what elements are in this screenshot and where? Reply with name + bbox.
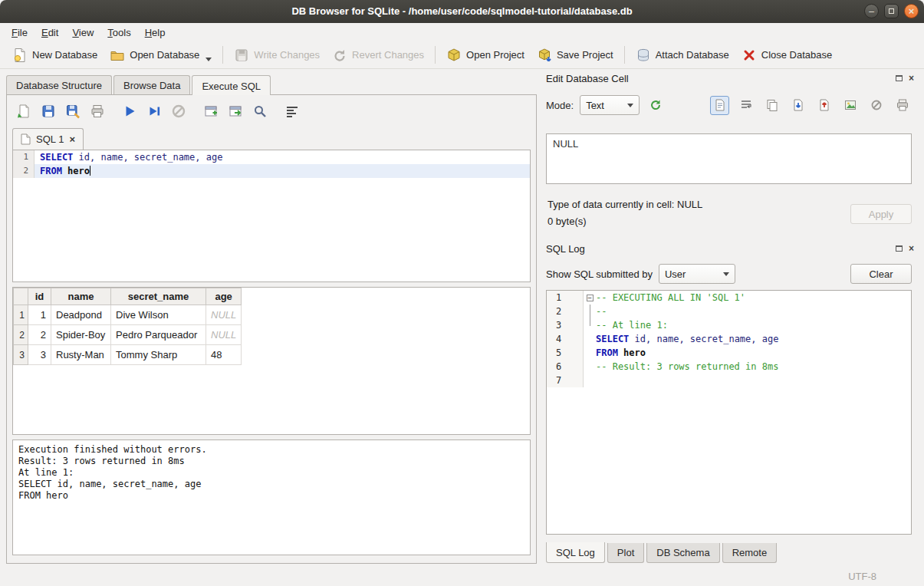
text-view-button[interactable]	[710, 96, 729, 115]
menu-view[interactable]: View	[65, 25, 100, 41]
write-changes-button[interactable]: Write Changes	[228, 44, 326, 66]
detach-query-tab-icon	[228, 104, 243, 119]
word-wrap-button[interactable]	[736, 96, 755, 115]
import-cell-data-button[interactable]	[788, 96, 807, 115]
tab-sql-log[interactable]: SQL Log	[546, 542, 605, 563]
close-database-button[interactable]: Close Database	[735, 44, 839, 66]
log-line-number: 4	[547, 332, 584, 346]
menu-file[interactable]: File	[5, 25, 35, 41]
export-cell-data-button[interactable]	[814, 96, 834, 115]
sql-tab-close-icon[interactable]: ×	[69, 134, 75, 144]
menu-help[interactable]: Help	[138, 25, 173, 41]
minimize-icon: –	[869, 7, 874, 16]
close-dock-icon[interactable]: ×	[909, 74, 914, 83]
new-database-button[interactable]: New Database	[6, 44, 104, 66]
results-area[interactable]: id name secret_name age 1 1 Deadpond Div…	[12, 287, 531, 435]
sql-file-icon	[21, 133, 31, 145]
cell-editor[interactable]: NULL	[546, 133, 912, 184]
menu-edit[interactable]: Edit	[35, 25, 65, 41]
encoding-indicator[interactable]: UTF-8	[848, 571, 876, 582]
log-filter-select[interactable]: User	[659, 264, 735, 284]
format-sql-button[interactable]	[281, 101, 302, 121]
sql-editor[interactable]: 1 SELECT id, name, secret_name, age 2 FR…	[12, 150, 531, 282]
execute-current-line-button[interactable]	[143, 101, 164, 121]
revert-changes-icon	[332, 48, 347, 63]
row-header[interactable]: 2	[14, 325, 28, 345]
column-header-secret-name[interactable]: secret_name	[111, 288, 206, 305]
save-project-icon	[537, 48, 552, 63]
attach-database-button[interactable]: Attach Database	[630, 44, 735, 66]
cell-secret-name[interactable]: Tommy Sharp	[111, 345, 206, 365]
dock-tab-bar: SQL Log Plot DB Schema Remote	[546, 543, 779, 564]
cell-age[interactable]: NULL	[206, 305, 242, 325]
stop-execution-button[interactable]	[168, 101, 189, 121]
tab-db-schema[interactable]: DB Schema	[646, 543, 719, 563]
apply-button[interactable]: Apply	[850, 204, 912, 224]
cell-age[interactable]: 48	[206, 345, 242, 365]
sql-log-title: SQL Log	[546, 243, 896, 255]
auto-switch-mode-button[interactable]	[646, 96, 665, 115]
sql-log-view[interactable]: 1 − -- EXECUTING ALL IN 'SQL 1' 2 -- 3 -…	[546, 290, 912, 535]
open-database-button[interactable]: Open Database	[104, 44, 218, 66]
cell-id[interactable]: 1	[28, 305, 51, 325]
tab-database-structure[interactable]: Database Structure	[6, 75, 112, 94]
sql-tab-sql1[interactable]: SQL 1 ×	[12, 128, 84, 150]
revert-changes-button[interactable]: Revert Changes	[326, 44, 430, 66]
row-header[interactable]: 1	[14, 305, 28, 325]
column-header-id[interactable]: id	[28, 288, 51, 305]
save-sql-file-button[interactable]	[38, 101, 58, 121]
column-header-age[interactable]: age	[206, 288, 242, 305]
find-replace-button[interactable]	[249, 101, 270, 121]
titlebar[interactable]: DB Browser for SQLite - /home/user/code/…	[0, 0, 924, 23]
minimize-button[interactable]: –	[864, 4, 879, 18]
execution-message-area[interactable]: Execution finished without errors. Resul…	[12, 440, 531, 555]
new-query-tab-button[interactable]	[200, 101, 221, 121]
mode-select[interactable]: Text	[580, 95, 640, 115]
open-database-icon	[110, 48, 125, 63]
detach-query-tab-button[interactable]	[225, 101, 245, 121]
clear-log-button[interactable]: Clear	[850, 264, 912, 284]
editor-line: 1 SELECT id, name, secret_name, age	[13, 150, 530, 164]
tab-plot[interactable]: Plot	[607, 543, 644, 563]
save-sql-file-as-button[interactable]	[62, 101, 83, 121]
cell-id[interactable]: 2	[28, 325, 51, 345]
cell-name[interactable]: Deadpond	[51, 305, 111, 325]
print-cell-button[interactable]	[893, 96, 912, 115]
print-sql-button[interactable]	[87, 101, 107, 121]
maximize-button[interactable]	[884, 4, 899, 18]
save-project-button[interactable]: Save Project	[531, 44, 620, 66]
print-cell-icon	[896, 98, 909, 112]
tab-remote[interactable]: Remote	[722, 543, 778, 563]
cell-age[interactable]: NULL	[206, 325, 242, 345]
float-dock-icon[interactable]	[896, 75, 903, 81]
tab-browse-data[interactable]: Browse Data	[113, 75, 190, 94]
open-sql-file-button[interactable]	[13, 101, 34, 121]
stop-icon	[171, 104, 186, 119]
cell-secret-name[interactable]: Dive Wilson	[111, 305, 206, 325]
copy-cell-button[interactable]	[762, 96, 781, 115]
column-header-name[interactable]: name	[51, 288, 111, 305]
tab-execute-sql[interactable]: Execute SQL	[192, 75, 271, 95]
log-line: 5 FROMhero	[547, 346, 911, 360]
close-dock-icon[interactable]: ×	[909, 244, 914, 253]
close-button[interactable]: ×	[904, 4, 919, 18]
execute-all-button[interactable]	[119, 101, 140, 121]
cell-name[interactable]: Spider-Boy	[51, 325, 111, 345]
edit-cell-dock-header: Edit Database Cell ×	[546, 71, 914, 86]
menu-tools[interactable]: Tools	[100, 25, 137, 41]
image-view-button[interactable]	[840, 96, 860, 115]
cell-id[interactable]: 3	[28, 345, 51, 365]
edit-cell-title: Edit Database Cell	[546, 73, 896, 84]
copy-icon	[765, 98, 779, 112]
open-database-dropdown-icon[interactable]	[206, 58, 212, 61]
toolbar-separator	[624, 46, 625, 64]
sql-identifiers: id, name, secret_name, age	[629, 334, 778, 344]
cell-name[interactable]: Rusty-Man	[51, 345, 111, 365]
sql-table-name: hero	[62, 166, 90, 176]
fold-collapse-icon[interactable]: −	[587, 295, 594, 301]
row-header[interactable]: 3	[14, 345, 28, 365]
open-project-button[interactable]: Open Project	[440, 44, 531, 66]
cell-secret-name[interactable]: Pedro Parqueador	[111, 325, 206, 345]
float-dock-icon[interactable]	[896, 245, 903, 252]
set-null-button[interactable]	[866, 96, 886, 115]
